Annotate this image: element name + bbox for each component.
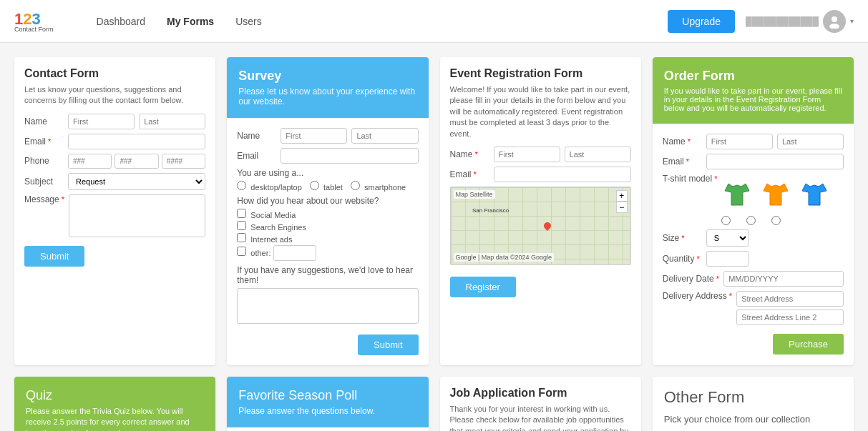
- event-desc: Welcome! If you would like to take part …: [450, 84, 631, 139]
- logo-3: 3: [32, 10, 41, 28]
- survey-name-fields: [281, 128, 418, 144]
- event-last-name[interactable]: [565, 147, 631, 162]
- internet-ads-checkbox[interactable]: [237, 233, 246, 242]
- user-info: ████████████ ▾: [746, 10, 854, 33]
- map-svg: San Francisco: [451, 187, 630, 264]
- event-email-input[interactable]: [494, 167, 631, 182]
- tshirt-radio-orange[interactable]: [746, 216, 756, 225]
- order-email-row: Email: [663, 154, 844, 169]
- smartphone-radio[interactable]: [351, 181, 360, 190]
- nav-users[interactable]: Users: [235, 16, 262, 27]
- purchase-button[interactable]: Purchase: [773, 334, 844, 355]
- nav-right: Upgrade ████████████ ▾: [668, 10, 854, 33]
- desktop-radio[interactable]: [237, 181, 246, 190]
- survey-submit-button[interactable]: Submit: [358, 335, 418, 355]
- upgrade-button[interactable]: Upgrade: [668, 10, 735, 33]
- address-input[interactable]: [736, 291, 844, 307]
- svg-marker-4: [802, 184, 826, 205]
- event-email-label: Email: [450, 169, 489, 179]
- survey-desc: Please let us know about your experience…: [238, 86, 416, 106]
- event-name-row: Name: [450, 147, 631, 162]
- email-input[interactable]: [68, 134, 205, 149]
- first-name-input[interactable]: [68, 114, 135, 129]
- tshirt-radio-blue[interactable]: [771, 216, 781, 225]
- season-poll-card: Favorite Season Poll Please answer the q…: [227, 377, 428, 431]
- phone-input-2[interactable]: [114, 154, 158, 169]
- user-email: ████████████: [746, 16, 819, 26]
- survey-title: Survey: [238, 69, 416, 84]
- message-label: Message: [24, 194, 64, 204]
- register-button[interactable]: Register: [450, 277, 516, 297]
- tshirt-blue[interactable]: [799, 178, 830, 212]
- tshirt-options: [721, 174, 830, 225]
- nav-my-forms[interactable]: My Forms: [167, 16, 214, 27]
- contact-form-card: Contact Form Let us know your questions,…: [14, 57, 215, 365]
- contact-submit-button[interactable]: Submit: [24, 246, 84, 267]
- other-form-desc: Pick your choice from our collection of …: [664, 412, 842, 431]
- quiz-header: Quiz Please answer the Trivia Quiz below…: [14, 377, 215, 431]
- desktop-option[interactable]: desktop/laptop: [237, 183, 302, 192]
- navbar: 123 Contact Form Dashboard My Forms User…: [0, 0, 868, 43]
- tablet-option[interactable]: tablet: [310, 183, 343, 192]
- order-body: Name Email T-shirt model: [653, 124, 854, 340]
- phone-input-1[interactable]: [68, 154, 112, 169]
- tshirt-blue-svg: [799, 178, 830, 209]
- survey-email-input[interactable]: [281, 148, 418, 164]
- email-row: Email: [24, 134, 205, 149]
- address-fields: [736, 291, 844, 325]
- quantity-row: Quantity: [663, 251, 844, 267]
- address2-input[interactable]: [736, 309, 844, 325]
- survey-body: Name Email You are using a... desktop/la…: [227, 118, 428, 365]
- svg-marker-3: [764, 184, 788, 205]
- tshirt-radio-row: [721, 216, 830, 225]
- last-name-input[interactable]: [139, 114, 205, 129]
- job-body: Job Application Form Thank you for your …: [440, 377, 641, 431]
- tshirt-green[interactable]: [721, 178, 753, 212]
- message-textarea[interactable]: [69, 194, 205, 237]
- phone-input-3[interactable]: [162, 154, 205, 169]
- event-first-name[interactable]: [494, 147, 560, 162]
- tshirt-orange[interactable]: [760, 178, 791, 212]
- delivery-date-input[interactable]: [723, 271, 844, 287]
- social-media-checkbox[interactable]: [237, 209, 246, 218]
- quantity-input[interactable]: [706, 251, 749, 267]
- subject-row: Subject Request: [24, 173, 205, 190]
- nav-dashboard[interactable]: Dashboard: [97, 16, 146, 27]
- survey-name-label: Name: [237, 131, 276, 141]
- size-select[interactable]: SMLXL: [706, 229, 749, 247]
- email-label: Email: [24, 137, 64, 147]
- order-header: Order Form If you would like to take par…: [653, 57, 854, 124]
- using-section: You are using a... desktop/laptop tablet…: [237, 168, 418, 192]
- delivery-address-label: Delivery Address: [663, 291, 732, 301]
- survey-first-name[interactable]: [281, 128, 347, 144]
- nav-links: Dashboard My Forms Users: [97, 16, 668, 27]
- search-engines-checkbox[interactable]: [237, 221, 246, 230]
- quantity-label: Quantity: [663, 254, 702, 264]
- map: Map Satellite Google | Map data ©2024 Go…: [450, 187, 631, 265]
- job-title: Job Application Form: [450, 387, 631, 400]
- order-email-input[interactable]: [706, 154, 844, 169]
- order-first-name[interactable]: [706, 134, 773, 149]
- order-last-name[interactable]: [777, 134, 844, 149]
- survey-last-name[interactable]: [351, 128, 418, 144]
- size-row: Size SMLXL: [663, 229, 844, 247]
- other-text-input[interactable]: [273, 245, 316, 261]
- tshirt-radio-green[interactable]: [721, 216, 731, 225]
- map-city-label: San Francisco: [472, 207, 509, 214]
- order-form-card: Order Form If you would like to take par…: [653, 57, 854, 365]
- order-name-row: Name: [663, 134, 844, 149]
- quiz-desc: Please answer the Trivia Quiz below. You…: [26, 406, 204, 431]
- tablet-radio[interactable]: [310, 181, 319, 190]
- order-name-fields: [706, 134, 844, 149]
- order-title: Order Form: [664, 69, 842, 84]
- tshirt-orange-svg: [760, 178, 791, 209]
- smartphone-option[interactable]: smartphone: [351, 183, 406, 192]
- event-name-fields: [494, 147, 631, 162]
- subject-select[interactable]: Request: [68, 173, 205, 190]
- contact-form-title: Contact Form: [24, 67, 205, 80]
- using-label: You are using a...: [237, 168, 418, 178]
- subject-label: Subject: [24, 177, 64, 187]
- suggestions-textarea[interactable]: [237, 288, 418, 324]
- order-desc: If you would like to take part in our ev…: [664, 86, 842, 112]
- other-checkbox[interactable]: [237, 247, 246, 256]
